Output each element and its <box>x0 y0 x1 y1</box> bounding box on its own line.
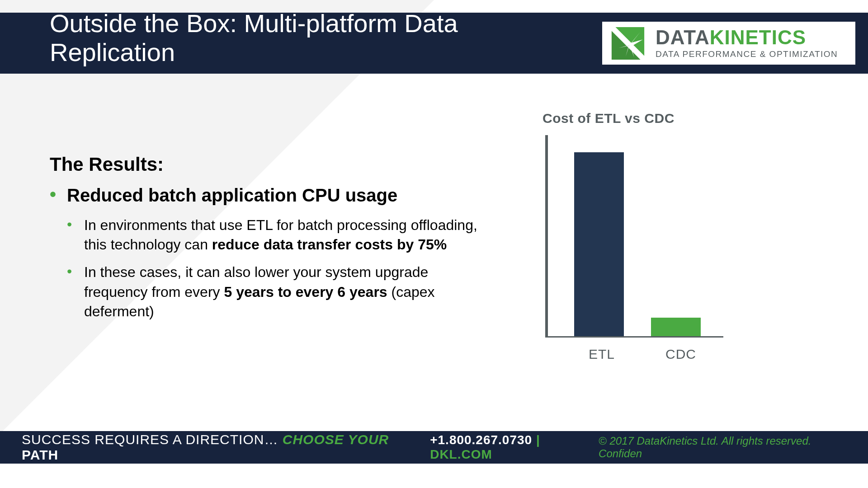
footer-text: CHOOSE YOUR <box>283 432 389 447</box>
slide: Outside the Box: Multi-platform Data Rep… <box>0 0 868 488</box>
footer-site: DKL.COM <box>430 447 492 461</box>
chart-x-axis <box>545 336 723 338</box>
footer-bar: SUCCESS REQUIRES A DIRECTION… CHOOSE YOU… <box>0 431 868 464</box>
logo: DATAKINETICS DATA PERFORMANCE & OPTIMIZA… <box>602 22 855 65</box>
footer-tagline: SUCCESS REQUIRES A DIRECTION… CHOOSE YOU… <box>22 432 412 463</box>
results-heading: The Results: <box>50 154 484 175</box>
logo-mark-icon <box>609 24 647 63</box>
bullet-level2: In these cases, it can also lower your s… <box>67 263 484 321</box>
footer-text: SUCCESS REQUIRES A DIRECTION… <box>22 432 283 447</box>
footer-contact: +1.800.267.0730 | DKL.COM <box>430 433 599 462</box>
footer-copyright: © 2017 DataKinetics Ltd. All rights rese… <box>599 435 846 460</box>
bullet-bold: reduce data transfer costs by 75% <box>212 236 447 253</box>
bullet-bold: 5 years to every 6 years <box>224 284 387 300</box>
chart-title: Cost of ETL vs CDC <box>542 111 732 126</box>
bullet-level1: Reduced batch application CPU usage <box>50 185 484 206</box>
footer-text: PATH <box>22 447 58 462</box>
chart-x-label: ETL <box>589 347 615 362</box>
bullet-level2: In environments that use ETL for batch p… <box>67 216 484 254</box>
footer-sep: | <box>532 433 540 447</box>
chart-bar-etl <box>574 152 624 336</box>
logo-text: DATAKINETICS DATA PERFORMANCE & OPTIMIZA… <box>656 28 838 59</box>
chart-x-label: CDC <box>665 347 696 362</box>
slide-title: Outside the Box: Multi-platform Data Rep… <box>50 9 570 67</box>
chart: Cost of ETL vs CDC ETLCDC <box>542 111 732 343</box>
chart-y-axis <box>545 135 548 338</box>
chart-plot-area: ETLCDC <box>542 135 723 343</box>
footer-phone: +1.800.267.0730 <box>430 433 532 447</box>
logo-tagline: DATA PERFORMANCE & OPTIMIZATION <box>656 49 838 59</box>
body-content: The Results: Reduced batch application C… <box>50 154 484 329</box>
chart-bar-cdc <box>651 318 701 336</box>
logo-wordmark: DATAKINETICS <box>656 28 838 47</box>
